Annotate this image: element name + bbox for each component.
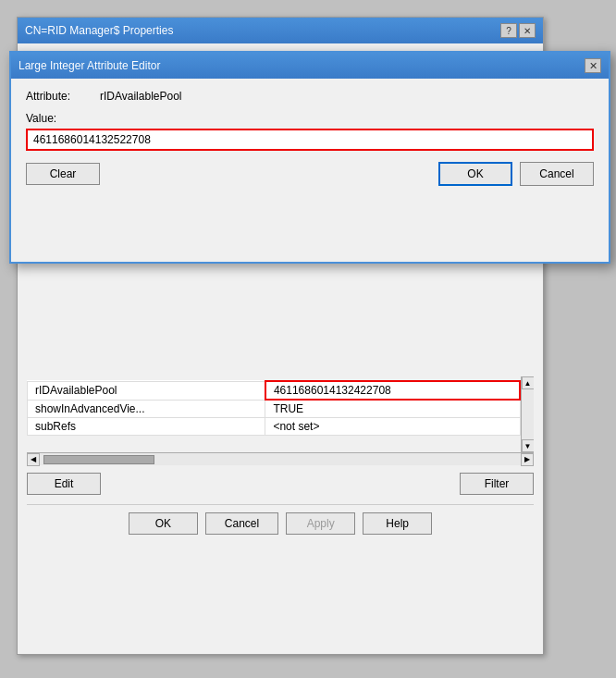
window-bottom-buttons: OK Cancel Apply Help <box>27 504 534 542</box>
large-integer-dialog: Large Integer Attribute Editor ✕ Attribu… <box>9 51 610 264</box>
ok-button[interactable]: OK <box>129 512 198 535</box>
attr-cell: showInAdvancedVie... <box>28 400 265 418</box>
attribute-value: rIDAvailablePool <box>100 90 182 103</box>
dialog-content: Attribute: rIDAvailablePool Value: Clear… <box>11 79 609 197</box>
apply-button[interactable]: Apply <box>286 512 355 535</box>
properties-title-bar: CN=RID Manager$ Properties ? ✕ <box>18 18 543 43</box>
close-title-btn[interactable]: ✕ <box>519 23 536 38</box>
horizontal-scrollbar[interactable]: ◀ ▶ <box>27 452 534 465</box>
scroll-right-arrow[interactable]: ▶ <box>521 453 534 466</box>
value-input[interactable] <box>26 129 594 151</box>
table-row[interactable]: showInAdvancedVie... TRUE <box>28 400 521 418</box>
dialog-value-section: Value: <box>26 112 594 151</box>
bottom-attributes-table: rIDAvailablePool 4611686014132422708 sho… <box>27 380 521 436</box>
dialog-close-button[interactable]: ✕ <box>585 58 601 73</box>
attr-cell: rIDAvailablePool <box>28 381 265 400</box>
dialog-attribute-row: Attribute: rIDAvailablePool <box>26 90 594 103</box>
bottom-attributes-area: rIDAvailablePool 4611686014132422708 sho… <box>27 376 534 452</box>
cancel-button[interactable]: Cancel <box>205 512 278 535</box>
value-label: Value: <box>26 112 594 125</box>
scroll-up-arrow[interactable]: ▲ <box>522 376 535 389</box>
help-title-btn[interactable]: ? <box>500 23 517 38</box>
edit-filter-buttons: Edit Filter <box>27 473 534 495</box>
title-bar-buttons: ? ✕ <box>500 23 536 38</box>
dialog-title-bar: Large Integer Attribute Editor ✕ <box>11 53 609 79</box>
value-cell: <not set> <box>265 418 520 436</box>
scroll-down-arrow[interactable]: ▼ <box>522 439 535 452</box>
attribute-label: Attribute: <box>26 90 100 103</box>
dialog-title: Large Integer Attribute Editor <box>18 59 160 72</box>
dialog-right-buttons: OK Cancel <box>438 162 594 186</box>
bottom-vertical-scrollbar[interactable]: ▲ ▼ <box>521 376 534 452</box>
scroll-left-arrow[interactable]: ◀ <box>27 453 40 466</box>
dialog-ok-button[interactable]: OK <box>438 162 512 186</box>
table-row[interactable]: rIDAvailablePool 4611686014132422708 <box>28 381 521 400</box>
clear-button[interactable]: Clear <box>26 163 100 185</box>
attr-cell: subRefs <box>28 418 265 436</box>
filter-button[interactable]: Filter <box>460 473 534 495</box>
scroll-thumb-h[interactable] <box>43 455 154 464</box>
edit-button[interactable]: Edit <box>27 473 101 495</box>
properties-title: CN=RID Manager$ Properties <box>25 24 173 37</box>
table-row[interactable]: subRefs <not set> <box>28 418 521 436</box>
help-button[interactable]: Help <box>363 512 432 535</box>
dialog-cancel-button[interactable]: Cancel <box>520 162 594 186</box>
dialog-buttons: Clear OK Cancel <box>26 162 594 186</box>
value-cell: TRUE <box>265 400 520 418</box>
value-cell-highlighted: 4611686014132422708 <box>265 381 520 400</box>
